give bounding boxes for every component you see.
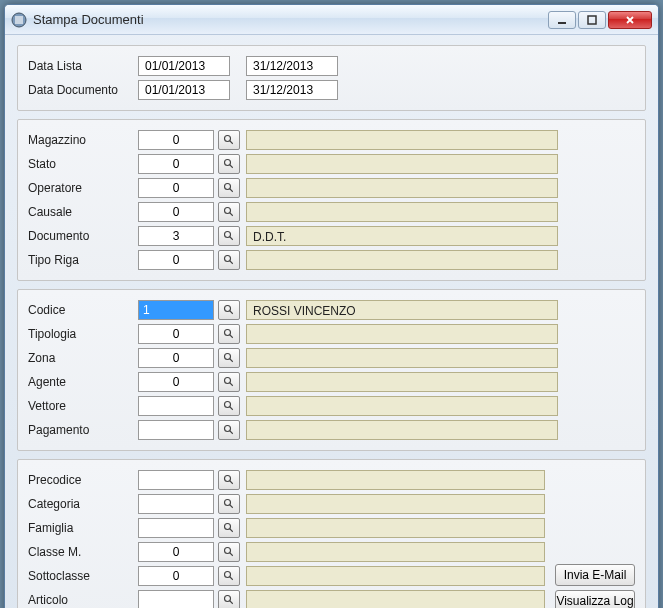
magazzino-lookup-button[interactable] <box>218 130 240 150</box>
filters-customer-group: Codice ROSSI VINCENZO Tipologia Zona Age… <box>17 289 646 451</box>
filters-doc-group: Magazzino Stato Operatore Causale <box>17 119 646 281</box>
label-stato: Stato <box>28 157 138 171</box>
row-data-lista: Data Lista <box>28 54 635 78</box>
label-documento: Documento <box>28 229 138 243</box>
svg-line-14 <box>230 261 233 264</box>
svg-point-17 <box>225 330 231 336</box>
vettore-lookup-button[interactable] <box>218 396 240 416</box>
row-zona: Zona <box>28 346 635 370</box>
classem-lookup-button[interactable] <box>218 542 240 562</box>
close-button[interactable] <box>608 11 652 29</box>
label-classem: Classe M. <box>28 545 138 559</box>
zona-code-input[interactable] <box>138 348 214 368</box>
codice-code-input[interactable] <box>138 300 214 320</box>
codice-desc: ROSSI VINCENZO <box>246 300 558 320</box>
documento-code-input[interactable] <box>138 226 214 246</box>
tipologia-lookup-button[interactable] <box>218 324 240 344</box>
svg-point-23 <box>225 402 231 408</box>
categoria-lookup-button[interactable] <box>218 494 240 514</box>
label-causale: Causale <box>28 205 138 219</box>
famiglia-code-input[interactable] <box>138 518 214 538</box>
zona-lookup-button[interactable] <box>218 348 240 368</box>
famiglia-desc <box>246 518 545 538</box>
svg-point-27 <box>225 476 231 482</box>
row-magazzino: Magazzino <box>28 128 635 152</box>
label-data-lista: Data Lista <box>28 59 138 73</box>
label-vettore: Vettore <box>28 399 138 413</box>
precodice-lookup-button[interactable] <box>218 470 240 490</box>
sottoclasse-code-input[interactable] <box>138 566 214 586</box>
svg-line-20 <box>230 359 233 362</box>
categoria-code-input[interactable] <box>138 494 214 514</box>
data-lista-from-input[interactable] <box>138 56 230 76</box>
tiporiga-code-input[interactable] <box>138 250 214 270</box>
famiglia-lookup-button[interactable] <box>218 518 240 538</box>
titlebar: Stampa Documenti <box>5 5 658 35</box>
svg-line-12 <box>230 237 233 240</box>
minimize-button[interactable] <box>548 11 576 29</box>
svg-line-32 <box>230 529 233 532</box>
sottoclasse-lookup-button[interactable] <box>218 566 240 586</box>
pagamento-code-input[interactable] <box>138 420 214 440</box>
label-codice: Codice <box>28 303 138 317</box>
row-tipologia: Tipologia <box>28 322 635 346</box>
window-title: Stampa Documenti <box>33 12 548 27</box>
label-zona: Zona <box>28 351 138 365</box>
agente-desc <box>246 372 558 392</box>
label-tiporiga: Tipo Riga <box>28 253 138 267</box>
svg-line-6 <box>230 165 233 168</box>
svg-point-37 <box>225 596 231 602</box>
svg-point-35 <box>225 572 231 578</box>
stato-lookup-button[interactable] <box>218 154 240 174</box>
agente-lookup-button[interactable] <box>218 372 240 392</box>
tiporiga-lookup-button[interactable] <box>218 250 240 270</box>
classem-code-input[interactable] <box>138 542 214 562</box>
svg-line-22 <box>230 383 233 386</box>
precodice-code-input[interactable] <box>138 470 214 490</box>
pagamento-desc <box>246 420 558 440</box>
pagamento-lookup-button[interactable] <box>218 420 240 440</box>
label-data-documento: Data Documento <box>28 83 138 97</box>
causale-lookup-button[interactable] <box>218 202 240 222</box>
row-famiglia: Famiglia <box>28 516 545 540</box>
magazzino-code-input[interactable] <box>138 130 214 150</box>
row-tiporiga: Tipo Riga <box>28 248 635 272</box>
magazzino-desc <box>246 130 558 150</box>
data-doc-from-input[interactable] <box>138 80 230 100</box>
row-operatore: Operatore <box>28 176 635 200</box>
row-classem: Classe M. <box>28 540 545 564</box>
articolo-desc <box>246 590 545 608</box>
codice-lookup-button[interactable] <box>218 300 240 320</box>
causale-code-input[interactable] <box>138 202 214 222</box>
documento-lookup-button[interactable] <box>218 226 240 246</box>
svg-point-9 <box>225 208 231 214</box>
svg-point-7 <box>225 184 231 190</box>
data-doc-to-input[interactable] <box>246 80 338 100</box>
maximize-button[interactable] <box>578 11 606 29</box>
precodice-desc <box>246 470 545 490</box>
causale-desc <box>246 202 558 222</box>
svg-line-10 <box>230 213 233 216</box>
svg-line-26 <box>230 431 233 434</box>
data-lista-to-input[interactable] <box>246 56 338 76</box>
visualizza-log-button[interactable]: Visualizza Log <box>555 590 635 608</box>
row-pagamento: Pagamento <box>28 418 635 442</box>
row-articolo: Articolo <box>28 588 545 608</box>
svg-point-13 <box>225 256 231 262</box>
tipologia-code-input[interactable] <box>138 324 214 344</box>
svg-point-19 <box>225 354 231 360</box>
operatore-code-input[interactable] <box>138 178 214 198</box>
label-precodice: Precodice <box>28 473 138 487</box>
articolo-lookup-button[interactable] <box>218 590 240 608</box>
vettore-code-input[interactable] <box>138 396 214 416</box>
sottoclasse-desc <box>246 566 545 586</box>
operatore-lookup-button[interactable] <box>218 178 240 198</box>
agente-code-input[interactable] <box>138 372 214 392</box>
svg-line-4 <box>230 141 233 144</box>
stato-code-input[interactable] <box>138 154 214 174</box>
svg-line-18 <box>230 335 233 338</box>
articolo-code-input[interactable] <box>138 590 214 608</box>
tiporiga-desc <box>246 250 558 270</box>
invia-email-button[interactable]: Invia E-Mail <box>555 564 635 586</box>
svg-line-28 <box>230 481 233 484</box>
